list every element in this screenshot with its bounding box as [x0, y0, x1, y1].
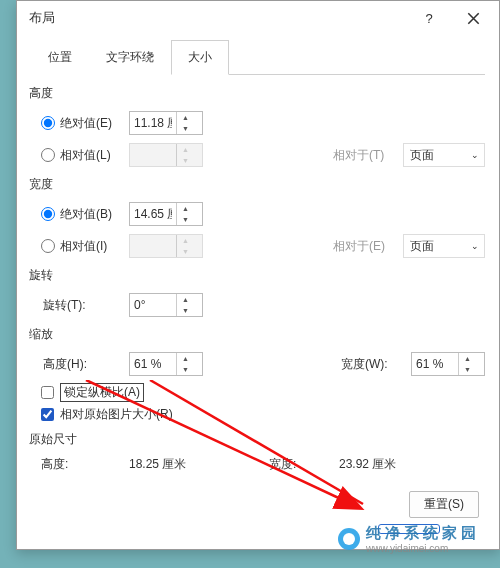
height-abs-input[interactable] — [130, 116, 176, 130]
scale-h-label: 高度(H): — [41, 356, 129, 373]
spin-down-icon: ▼ — [177, 155, 194, 166]
height-abs-label: 绝对值(E) — [60, 115, 112, 132]
height-abs-radio-input[interactable] — [41, 116, 55, 130]
width-relto-value: 页面 — [404, 238, 466, 255]
help-button[interactable]: ? — [407, 4, 451, 32]
width-abs-spinner[interactable]: ▲▼ — [176, 203, 194, 225]
height-abs-row: 绝对值(E) ▲▼ — [41, 110, 485, 136]
orig-h-value: 18.25 厘米 — [129, 456, 269, 473]
width-rel-radio[interactable]: 相对值(I) — [41, 238, 129, 255]
lock-aspect-checkbox[interactable] — [41, 386, 54, 399]
orig-w-label: 宽度: — [269, 456, 339, 473]
spin-down-icon[interactable]: ▼ — [459, 364, 476, 375]
titlebar: 布局 ? — [17, 1, 499, 35]
spin-up-icon: ▲ — [177, 235, 194, 246]
height-relto-label: 相对于(T) — [333, 147, 403, 164]
tab-position[interactable]: 位置 — [31, 40, 89, 75]
spin-up-icon[interactable]: ▲ — [177, 353, 194, 364]
scale-row: 高度(H): ▲▼ 宽度(W): ▲▼ — [41, 351, 485, 377]
watermark-url: www.yidaimei.com — [366, 543, 480, 554]
scale-w-spinner[interactable]: ▲▼ — [458, 353, 476, 375]
tab-size[interactable]: 大小 — [171, 40, 229, 75]
spin-up-icon[interactable]: ▲ — [177, 112, 194, 123]
spin-down-icon: ▼ — [177, 246, 194, 257]
lock-aspect-row[interactable]: 锁定纵横比(A) — [41, 383, 485, 402]
tab-text-wrap[interactable]: 文字环绕 — [89, 40, 171, 75]
height-rel-field: ▲▼ — [129, 143, 203, 167]
spin-up-icon[interactable]: ▲ — [177, 294, 194, 305]
width-abs-input[interactable] — [130, 207, 176, 221]
height-relto-combo: 页面⌄ — [403, 143, 485, 167]
spin-down-icon[interactable]: ▼ — [177, 214, 194, 225]
height-abs-radio[interactable]: 绝对值(E) — [41, 115, 129, 132]
width-relto-combo: 页面⌄ — [403, 234, 485, 258]
watermark-logo-icon — [338, 528, 360, 550]
rotation-spinner[interactable]: ▲▼ — [176, 294, 194, 316]
spin-up-icon: ▲ — [177, 144, 194, 155]
height-abs-field[interactable]: ▲▼ — [129, 111, 203, 135]
width-rel-row: 相对值(I) ▲▼ 相对于(E) 页面⌄ — [41, 233, 485, 259]
section-width: 宽度 — [29, 176, 485, 193]
scale-w-label: 宽度(W): — [341, 356, 411, 373]
height-rel-label: 相对值(L) — [60, 147, 111, 164]
height-rel-spinner: ▲▼ — [176, 144, 194, 166]
chevron-down-icon: ⌄ — [466, 241, 484, 251]
spin-down-icon[interactable]: ▼ — [177, 364, 194, 375]
watermark: 纯净系统家园 www.yidaimei.com — [338, 524, 480, 554]
height-rel-input — [130, 148, 176, 162]
scale-h-spinner[interactable]: ▲▼ — [176, 353, 194, 375]
width-abs-field[interactable]: ▲▼ — [129, 202, 203, 226]
width-abs-row: 绝对值(B) ▲▼ — [41, 201, 485, 227]
watermark-title: 纯净系统家园 — [366, 524, 480, 543]
scale-h-field[interactable]: ▲▼ — [129, 352, 203, 376]
orig-w-value: 23.92 厘米 — [339, 456, 396, 473]
section-rotation: 旋转 — [29, 267, 485, 284]
width-rel-input — [130, 239, 176, 253]
scale-w-input[interactable] — [412, 357, 458, 371]
spin-down-icon[interactable]: ▼ — [177, 305, 194, 316]
spin-up-icon[interactable]: ▲ — [459, 353, 476, 364]
rotation-input[interactable] — [130, 298, 176, 312]
close-button[interactable] — [451, 4, 495, 32]
width-abs-radio[interactable]: 绝对值(B) — [41, 206, 129, 223]
width-rel-radio-input[interactable] — [41, 239, 55, 253]
rotation-row: 旋转(T): ▲▼ — [41, 292, 485, 318]
width-abs-radio-input[interactable] — [41, 207, 55, 221]
spin-up-icon[interactable]: ▲ — [177, 203, 194, 214]
height-rel-radio-input[interactable] — [41, 148, 55, 162]
tab-strip: 位置 文字环绕 大小 — [31, 39, 485, 75]
scale-h-input[interactable] — [130, 357, 176, 371]
width-relto-label: 相对于(E) — [333, 238, 403, 255]
scale-w-field[interactable]: ▲▼ — [411, 352, 485, 376]
reset-button[interactable]: 重置(S) — [409, 491, 479, 518]
chevron-down-icon: ⌄ — [466, 150, 484, 160]
relative-original-label: 相对原始图片大小(R) — [60, 406, 173, 423]
width-rel-spinner: ▲▼ — [176, 235, 194, 257]
width-abs-label: 绝对值(B) — [60, 206, 112, 223]
close-icon — [467, 12, 480, 25]
section-height: 高度 — [29, 85, 485, 102]
layout-dialog: 布局 ? 位置 文字环绕 大小 高度 绝对值(E) ▲▼ 相对值(L) ▲▼ 相… — [16, 0, 500, 550]
height-abs-spinner[interactable]: ▲▼ — [176, 112, 194, 134]
relative-original-row[interactable]: 相对原始图片大小(R) — [41, 406, 485, 423]
orig-h-label: 高度: — [41, 456, 129, 473]
height-relto-value: 页面 — [404, 147, 466, 164]
section-scale: 缩放 — [29, 326, 485, 343]
dialog-body: 位置 文字环绕 大小 高度 绝对值(E) ▲▼ 相对值(L) ▲▼ 相对于(T)… — [17, 35, 499, 528]
rotation-field[interactable]: ▲▼ — [129, 293, 203, 317]
height-rel-radio[interactable]: 相对值(L) — [41, 147, 129, 164]
section-original: 原始尺寸 — [29, 431, 485, 448]
width-rel-label: 相对值(I) — [60, 238, 107, 255]
reset-row: 重置(S) — [31, 479, 485, 518]
dialog-title: 布局 — [29, 9, 407, 27]
spin-down-icon[interactable]: ▼ — [177, 123, 194, 134]
original-row: 高度: 18.25 厘米 宽度: 23.92 厘米 — [41, 456, 485, 473]
height-rel-row: 相对值(L) ▲▼ 相对于(T) 页面⌄ — [41, 142, 485, 168]
rotation-label: 旋转(T): — [41, 297, 129, 314]
width-rel-field: ▲▼ — [129, 234, 203, 258]
relative-original-checkbox[interactable] — [41, 408, 54, 421]
lock-aspect-label: 锁定纵横比(A) — [60, 383, 144, 402]
